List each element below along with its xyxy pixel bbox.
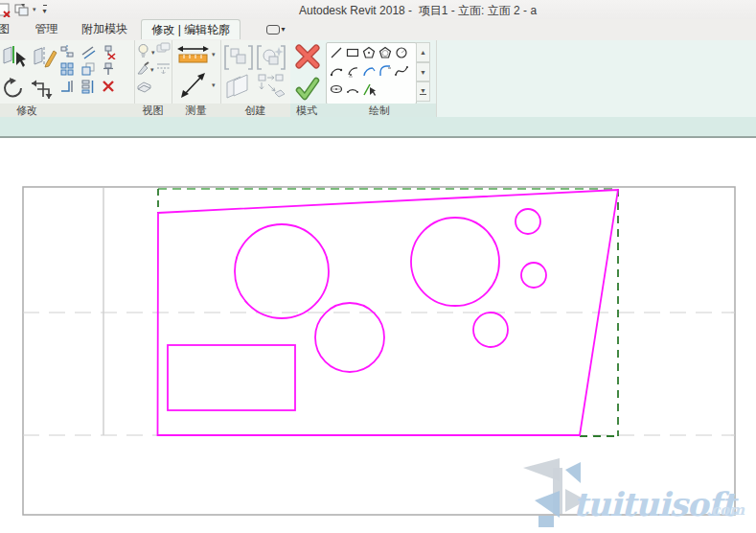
panel-modify: 修改 [0, 40, 135, 117]
unpin-icon[interactable] [101, 44, 116, 59]
revit-window: { "titlebar": { "title_left": "Autodesk … [0, 0, 756, 533]
stereo-view-icon [156, 42, 171, 56]
panel-create: 创建 [220, 40, 291, 117]
elevation-canvas-svg: tuituisoft.com [0, 138, 756, 533]
lightbulb-icon[interactable] [136, 43, 150, 59]
window-title: Autodesk Revit 2018 - 项目1 - 立面: 立面 2 - a [299, 3, 537, 19]
draw-scroll-down-button[interactable]: ▼ [416, 62, 430, 82]
sketch-circle-opening[interactable] [473, 313, 508, 347]
customize-qat-icon[interactable]: ▾ [43, 2, 47, 17]
cut-profile-knife-icon[interactable] [136, 61, 149, 76]
scale-icon[interactable] [80, 61, 96, 77]
pin-icon[interactable] [101, 61, 116, 77]
options-bar [0, 117, 756, 138]
dimension-icon[interactable] [179, 71, 206, 100]
tab-modify-edit-profile[interactable]: 修改 | 编辑轮廓 [141, 19, 241, 39]
draw-scroll-up-button[interactable]: ▲ [416, 42, 430, 62]
quick-access-toolbar: ▾ ▾ [0, 1, 50, 18]
draw-circle-tool[interactable] [393, 44, 409, 61]
ribbon-tab-bar: 视图 管理 附加模块 修改 | 编辑轮廓 ▾ [0, 19, 756, 40]
draw-arc-center-ends-tool[interactable] [344, 62, 360, 80]
draw-ellipse-tool[interactable] [328, 81, 344, 98]
finish-sketch-button[interactable] [295, 77, 320, 102]
switch-windows-icon[interactable] [14, 2, 30, 17]
knife-caret-icon[interactable]: ▾ [150, 66, 154, 74]
panel-mode: 模式 [290, 40, 324, 117]
panel-measure: ▾ ▾ 测量 [172, 40, 221, 117]
sketch-circle-opening[interactable] [521, 263, 546, 288]
sketch-circle-opening[interactable] [411, 218, 499, 306]
tab-view[interactable]: 视图 [0, 19, 21, 39]
draw-palette-scrollbar: ▲ ▼ ▼ [416, 42, 430, 102]
draw-partial-ellipse-tool[interactable] [344, 81, 360, 98]
measure-caret-icon[interactable]: ▾ [212, 51, 216, 58]
title-bar: ▾ ▾ Autodesk Revit 2018 - 项目1 - 立面: 立面 2… [0, 0, 756, 19]
measure-between-refs-icon[interactable] [177, 45, 209, 66]
mirror-edit-tool-icon[interactable] [32, 44, 58, 71]
panel-toggle-icon [266, 25, 280, 35]
trim-icon[interactable] [59, 79, 75, 94]
watermark-suffix: .com [706, 501, 745, 519]
draw-rectangle-tool[interactable] [344, 44, 360, 61]
selection-box-icon[interactable] [136, 81, 152, 95]
crop-region-border[interactable] [23, 187, 735, 515]
panel-label-view: 视图 [134, 104, 172, 117]
panel-label-mode: 模式 [290, 104, 323, 117]
watermark-logo-icon [565, 462, 581, 483]
ribbon-display-toggle[interactable]: ▾ [266, 19, 286, 39]
draw-inscribed-polygon-tool[interactable] [360, 44, 377, 61]
draw-spline-tool[interactable] [393, 62, 409, 80]
lightbulb-caret-icon[interactable]: ▾ [151, 49, 155, 57]
draw-palette-expand-button[interactable]: ▼ [416, 81, 430, 102]
panel-toggle-caret-icon: ▾ [282, 25, 286, 34]
tab-addins[interactable]: 附加模块 [72, 19, 137, 39]
draw-tangent-arc-tool[interactable] [360, 62, 377, 80]
sketch-circle-opening[interactable] [515, 209, 540, 234]
panel-label-create: 创建 [220, 104, 290, 117]
array-icon[interactable] [80, 79, 96, 94]
switch-windows-caret-icon[interactable]: ▾ [33, 6, 36, 13]
panel-view: ▾ ▾ [134, 40, 172, 117]
delete-icon[interactable] [101, 79, 116, 94]
panel-draw: ▲ ▼ ▼ 绘制 [323, 40, 437, 117]
create-similar-icon [257, 44, 286, 71]
ribbon: 修改 ▾ [0, 40, 756, 117]
sketch-circle-opening[interactable] [315, 303, 384, 372]
draw-circumscribed-polygon-tool[interactable] [377, 44, 393, 61]
draw-line-tool[interactable] [328, 44, 344, 61]
watermark-logo-icon [535, 491, 560, 518]
align-tool-icon[interactable] [1, 44, 28, 71]
draw-arc-start-end-radius-tool[interactable] [328, 62, 344, 80]
draw-tool-palette [326, 42, 417, 104]
split-icon[interactable] [59, 61, 75, 77]
sketch-circle-opening[interactable] [235, 224, 329, 318]
tab-manage[interactable]: 管理 [25, 19, 67, 39]
drawing-area[interactable]: tuituisoft.com [0, 138, 756, 533]
panel-label-modify: 修改 [0, 104, 134, 117]
create-assembly-icon [224, 73, 253, 100]
cancel-sketch-button[interactable] [295, 44, 320, 69]
hidden-lines-icon [156, 61, 171, 76]
draw-fillet-arc-tool[interactable] [377, 62, 393, 80]
panel-label-measure: 测量 [172, 104, 220, 117]
align-icon[interactable] [59, 44, 75, 59]
rotate-tool-icon[interactable] [2, 77, 25, 100]
dimension-caret-icon[interactable]: ▾ [212, 81, 216, 89]
move-tool-icon[interactable] [29, 75, 55, 101]
sync-document-icon[interactable] [0, 2, 11, 17]
panel-label-draw: 绘制 [323, 104, 436, 117]
draw-pick-lines-tool[interactable] [360, 81, 377, 98]
offset-icon[interactable] [80, 44, 96, 59]
create-group-icon [224, 44, 253, 71]
create-parts-icon [257, 73, 286, 100]
sketch-rectangle-opening[interactable] [168, 345, 295, 410]
watermark-logo-icon [538, 516, 554, 527]
